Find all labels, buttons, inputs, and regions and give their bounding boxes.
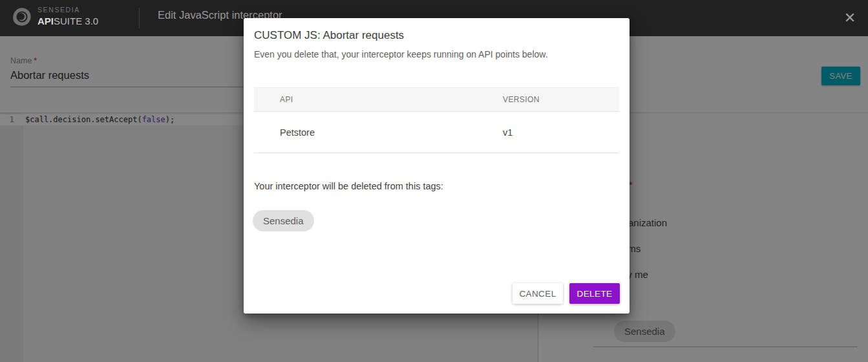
modal-title: CUSTOM JS: Abortar requests — [254, 29, 404, 42]
close-icon[interactable]: ✕ — [838, 6, 862, 30]
modal-subtitle: Even you delete that, your interceptor k… — [254, 49, 548, 59]
brand-small-label: SENSEDIA — [37, 6, 98, 14]
delete-confirmation-modal: CUSTOM JS: Abortar requests Even you del… — [244, 18, 630, 314]
table-cell-api: Petstore — [254, 112, 503, 153]
app: SENSEDIA APISUITE 3.0 Edit JavaScript in… — [0, 0, 868, 362]
table-row: Petstore v1 — [254, 112, 619, 153]
table-header-version: VERSION — [503, 88, 619, 112]
brand: SENSEDIA APISUITE 3.0 — [37, 6, 98, 27]
brand-rest: SUITE 3.0 — [54, 16, 98, 27]
table-header-api: API — [254, 88, 503, 112]
tags-message: Your interceptor will be deleted from th… — [254, 181, 443, 191]
api-points-table: API VERSION Petstore v1 — [254, 87, 619, 153]
table-cell-version: v1 — [503, 112, 619, 153]
sensedia-logo-icon — [12, 6, 32, 27]
brand-bold: API — [37, 16, 54, 27]
brand-product-label: APISUITE 3.0 — [37, 16, 98, 27]
table-header-row: API VERSION — [254, 88, 619, 112]
tag-chip: Sensedia — [253, 210, 314, 231]
header-divider — [139, 8, 140, 28]
cancel-button[interactable]: CANCEL — [513, 283, 563, 304]
delete-button[interactable]: DELETE — [569, 283, 620, 304]
modal-actions: CANCEL DELETE — [513, 283, 620, 304]
